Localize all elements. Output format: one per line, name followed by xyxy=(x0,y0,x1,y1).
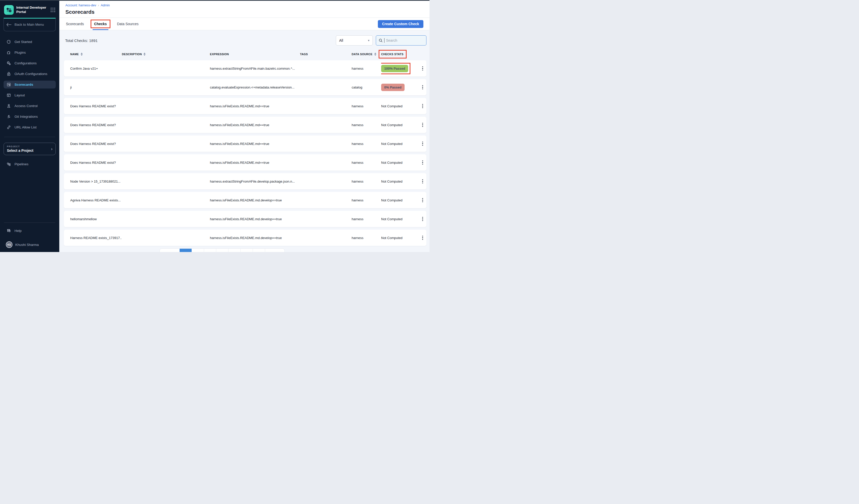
svg-text:?: ? xyxy=(8,229,9,231)
row-menu-kebab-icon[interactable] xyxy=(420,217,425,221)
breadcrumb: Account: harness-dev › Admin xyxy=(65,3,423,7)
tab-scorecards[interactable]: Scorecards xyxy=(65,18,85,30)
sidebar-item-get-started[interactable]: Get Started xyxy=(3,38,56,46)
cell-checks-stats: Not Computed xyxy=(381,217,420,221)
cell-expression: harness.isFileExists.README.md.develop==… xyxy=(210,217,300,221)
sidebar-item-help[interactable]: ? Help xyxy=(3,227,56,235)
table-row[interactable]: Does Harness README exist? harness.isFil… xyxy=(64,136,426,152)
sort-icon[interactable] xyxy=(374,52,376,56)
table-row[interactable]: ji catalog.evaluateExpression.<+metadata… xyxy=(64,79,426,95)
puzzle-icon xyxy=(6,50,11,55)
back-arrow-icon xyxy=(6,23,12,27)
row-menu-kebab-icon[interactable] xyxy=(420,66,425,71)
column-header-expression[interactable]: EXPRESSION xyxy=(210,51,229,57)
stats-text: Not Computed xyxy=(381,180,403,183)
table-row[interactable]: Agniva Harness README exists... harness.… xyxy=(64,192,426,208)
chevron-down-icon: ▾ xyxy=(368,39,370,42)
grid-dots-icon[interactable] xyxy=(51,7,55,12)
cell-checks-stats: 100% Passed xyxy=(381,63,420,74)
sidebar-item-url-allow-list[interactable]: URL Allow List xyxy=(3,123,56,131)
table-row[interactable]: Does Harness README exist? harness.isFil… xyxy=(64,117,426,133)
sidebar-divider xyxy=(4,223,55,223)
project-selector[interactable]: PROJECT Select a Project › xyxy=(3,143,56,155)
sidebar-item-oauth-configurations[interactable]: OAuth Configurations xyxy=(3,70,56,78)
cell-checks-stats: Not Computed xyxy=(381,104,420,108)
column-header-description[interactable]: DESCRIPTION xyxy=(122,51,146,57)
table-row[interactable]: Confirm Java v21+ harness.extractStringF… xyxy=(64,60,426,77)
table-row[interactable]: Node Version > 15_1739188021... harness.… xyxy=(64,173,426,189)
create-custom-check-button[interactable]: Create Custom Check xyxy=(378,20,424,28)
pagination-page[interactable] xyxy=(204,249,216,252)
cell-expression: harness.isFileExists.README.md==true xyxy=(210,104,300,108)
row-menu-kebab-icon[interactable] xyxy=(420,104,425,108)
pagination-page[interactable] xyxy=(180,249,192,252)
logo-row: Internal Developer Portal xyxy=(3,3,56,15)
row-menu-kebab-icon[interactable] xyxy=(420,198,425,202)
sort-icon[interactable] xyxy=(144,52,146,56)
back-to-main-menu[interactable]: Back to Main Menu xyxy=(3,18,56,31)
row-menu-kebab-icon[interactable] xyxy=(420,85,425,90)
cell-name: Harness README exists_173917... xyxy=(70,236,122,240)
sidebar-bottom: ? Help KS Khushi Sharma xyxy=(3,219,56,248)
cell-data-source: harness xyxy=(352,198,381,202)
table-row[interactable]: Does Harness README exist? harness.isFil… xyxy=(64,98,426,114)
cell-checks-stats: Not Computed xyxy=(381,236,420,240)
row-menu-kebab-icon[interactable] xyxy=(420,236,425,240)
column-header-tags[interactable]: TAGS xyxy=(300,51,308,57)
pagination-page[interactable] xyxy=(192,249,204,252)
help-label: Help xyxy=(15,229,21,233)
stats-chip-wrap: 0% Passed xyxy=(381,84,405,91)
row-menu-kebab-icon[interactable] xyxy=(420,179,425,184)
column-header-name[interactable]: NAME xyxy=(70,51,83,57)
project-label: Select a Project xyxy=(7,149,33,153)
column-header-checks-stats[interactable]: CHECKS STATS xyxy=(381,51,404,57)
stats-text: Not Computed xyxy=(381,123,403,127)
sidebar-item-plugins[interactable]: Plugins xyxy=(3,49,56,57)
scorecard-icon xyxy=(6,82,11,87)
cell-expression: harness.isFileExists.README.md.develop==… xyxy=(210,198,300,202)
power-icon xyxy=(6,40,11,44)
column-header-data-source[interactable]: DATA SOURCE xyxy=(352,51,376,57)
filter-dropdown[interactable]: All ▾ xyxy=(336,35,373,46)
stats-text: Not Computed xyxy=(381,217,403,221)
user-menu[interactable]: KS Khushi Sharma xyxy=(3,241,56,248)
row-menu-kebab-icon[interactable] xyxy=(420,161,425,165)
sidebar-item-layout[interactable]: Layout xyxy=(3,91,56,99)
cell-name: Agniva Harness README exists... xyxy=(70,198,122,202)
table-row[interactable]: Does Harness README exist? harness.isFil… xyxy=(64,154,426,171)
pagination-page[interactable] xyxy=(228,249,241,252)
pagination-page[interactable] xyxy=(241,249,253,252)
sidebar-item-configurations[interactable]: Configurations xyxy=(3,59,56,67)
breadcrumb-account-link[interactable]: Account: harness-dev xyxy=(65,3,96,7)
cell-checks-stats: Not Computed xyxy=(381,180,420,183)
sidebar-item-scorecards[interactable]: Scorecards xyxy=(3,81,56,89)
pagination-page[interactable] xyxy=(253,249,265,252)
table-row[interactable]: hellomarshmellow harness.isFileExists.RE… xyxy=(64,211,426,227)
back-label: Back to Main Menu xyxy=(15,22,44,27)
cell-data-source: harness xyxy=(352,123,381,127)
sidebar-item-pipelines[interactable]: Pipelines xyxy=(3,160,56,168)
pagination-page[interactable] xyxy=(216,249,228,252)
search-input[interactable] xyxy=(386,39,417,43)
stats-chip: 100% Passed xyxy=(381,65,408,72)
breadcrumb-separator-icon: › xyxy=(98,3,99,7)
tab-data-sources[interactable]: Data Sources xyxy=(117,18,139,30)
table-row[interactable]: Harness README exists_173917... harness.… xyxy=(64,230,426,246)
row-menu-kebab-icon[interactable] xyxy=(420,142,425,146)
lock-icon xyxy=(6,72,11,76)
sidebar-item-git-integrations[interactable]: Git Integrations xyxy=(3,113,56,121)
sort-icon[interactable] xyxy=(81,52,83,56)
cell-expression: harness.extractStringFromAFile.main.baze… xyxy=(210,67,300,71)
pagination-bar[interactable] xyxy=(160,248,285,252)
cell-data-source: catalog xyxy=(352,86,381,89)
pagination-prev[interactable] xyxy=(160,249,180,252)
tab-checks[interactable]: Checks xyxy=(94,18,107,30)
breadcrumb-admin-link[interactable]: Admin xyxy=(101,3,110,7)
row-menu-kebab-icon[interactable] xyxy=(420,123,425,127)
app-title: Internal Developer Portal xyxy=(16,5,46,14)
idp-logo-icon xyxy=(4,5,14,15)
text-caret xyxy=(384,38,385,43)
sidebar-item-access-control[interactable]: Access Control xyxy=(3,102,56,110)
page-header: Account: harness-dev › Admin Scorecards xyxy=(59,0,430,18)
link-icon xyxy=(6,125,11,130)
